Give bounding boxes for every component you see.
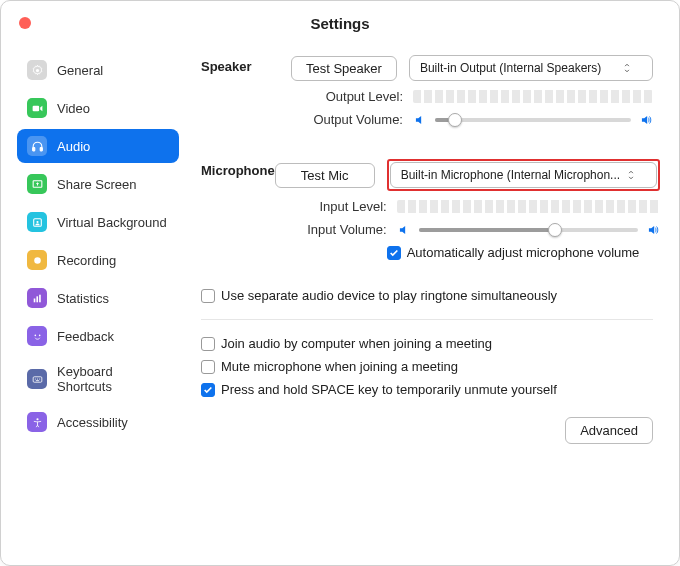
input-volume-label: Input Volume:: [275, 222, 387, 237]
sidebar-item-video[interactable]: Video: [17, 91, 179, 125]
window-title: Settings: [310, 15, 369, 32]
mute-on-join-checkbox[interactable]: [201, 360, 215, 374]
virtual-background-icon: [27, 212, 47, 232]
volume-high-icon: [639, 113, 653, 127]
recording-icon: [27, 250, 47, 270]
svg-rect-1: [32, 105, 39, 110]
sidebar-item-label: Statistics: [57, 291, 109, 306]
microphone-select-highlight: Built-in Microphone (Internal Microphon.…: [387, 159, 660, 191]
settings-window: Settings General Video Audio Share Scree…: [0, 0, 680, 566]
volume-low-icon: [397, 223, 411, 237]
speaker-section: Speaker Test Speaker Built-in Output (In…: [201, 55, 653, 135]
separate-ringtone-row: Use separate audio device to play ringto…: [201, 288, 653, 303]
svg-rect-8: [33, 298, 35, 302]
separate-ringtone-checkbox[interactable]: [201, 289, 215, 303]
feedback-icon: [27, 326, 47, 346]
output-volume-label: Output Volume:: [291, 112, 403, 127]
main-panel: Speaker Test Speaker Built-in Output (In…: [191, 45, 679, 565]
gear-icon: [27, 60, 47, 80]
speaker-device-select[interactable]: Built-in Output (Internal Speakers): [409, 55, 653, 81]
sidebar-item-label: Recording: [57, 253, 116, 268]
test-speaker-button[interactable]: Test Speaker: [291, 56, 397, 81]
advanced-button[interactable]: Advanced: [565, 417, 653, 444]
statistics-icon: [27, 288, 47, 308]
sidebar-item-label: Feedback: [57, 329, 114, 344]
close-icon[interactable]: [19, 17, 31, 29]
svg-rect-3: [40, 147, 42, 150]
sidebar-item-accessibility[interactable]: Accessibility: [17, 405, 179, 439]
sidebar-item-label: Share Screen: [57, 177, 137, 192]
sidebar-item-label: Audio: [57, 139, 90, 154]
sidebar-item-virtual-background[interactable]: Virtual Background: [17, 205, 179, 239]
output-level-label: Output Level:: [291, 89, 403, 104]
svg-point-12: [38, 334, 40, 336]
sidebar-item-label: Video: [57, 101, 90, 116]
test-mic-button[interactable]: Test Mic: [275, 163, 375, 188]
updown-icon: [626, 170, 636, 180]
sidebar-item-label: General: [57, 63, 103, 78]
sidebar-item-audio[interactable]: Audio: [17, 129, 179, 163]
keyboard-icon: [27, 369, 47, 389]
headphones-icon: [27, 136, 47, 156]
sidebar-item-recording[interactable]: Recording: [17, 243, 179, 277]
sidebar-item-share-screen[interactable]: Share Screen: [17, 167, 179, 201]
titlebar: Settings: [1, 1, 679, 45]
microphone-device-value: Built-in Microphone (Internal Microphon.…: [401, 168, 620, 182]
svg-point-14: [34, 378, 35, 379]
auto-adjust-mic-checkbox[interactable]: [387, 246, 401, 260]
svg-point-16: [39, 378, 40, 379]
input-level-meter: [397, 200, 660, 213]
microphone-heading: Microphone: [201, 159, 275, 268]
svg-point-18: [36, 418, 38, 420]
svg-point-0: [35, 68, 38, 71]
separate-ringtone-label: Use separate audio device to play ringto…: [221, 288, 557, 303]
svg-point-6: [36, 220, 38, 222]
svg-rect-9: [36, 296, 38, 302]
output-volume-slider[interactable]: [435, 118, 631, 122]
auto-adjust-mic-label: Automatically adjust microphone volume: [407, 245, 640, 260]
join-audio-label: Join audio by computer when joining a me…: [221, 336, 492, 351]
microphone-section: Microphone Test Mic Built-in Microphone …: [201, 159, 653, 268]
volume-low-icon: [413, 113, 427, 127]
volume-high-icon: [646, 223, 660, 237]
svg-rect-17: [35, 380, 38, 381]
space-unmute-label: Press and hold SPACE key to temporarily …: [221, 382, 557, 397]
share-screen-icon: [27, 174, 47, 194]
video-icon: [27, 98, 47, 118]
svg-point-7: [34, 257, 41, 264]
sidebar-item-general[interactable]: General: [17, 53, 179, 87]
sidebar-item-feedback[interactable]: Feedback: [17, 319, 179, 353]
sidebar-item-statistics[interactable]: Statistics: [17, 281, 179, 315]
sidebar-item-label: Keyboard Shortcuts: [57, 364, 169, 394]
space-unmute-checkbox[interactable]: [201, 383, 215, 397]
svg-rect-2: [32, 147, 34, 150]
updown-icon: [622, 63, 632, 73]
sidebar-item-label: Accessibility: [57, 415, 128, 430]
speaker-device-value: Built-in Output (Internal Speakers): [420, 61, 601, 75]
sidebar-item-keyboard-shortcuts[interactable]: Keyboard Shortcuts: [17, 357, 179, 401]
sidebar: General Video Audio Share Screen Virtual…: [1, 45, 191, 565]
input-level-label: Input Level:: [275, 199, 387, 214]
input-volume-slider[interactable]: [419, 228, 638, 232]
sidebar-item-label: Virtual Background: [57, 215, 167, 230]
speaker-heading: Speaker: [201, 55, 291, 135]
svg-point-15: [36, 378, 37, 379]
microphone-device-select[interactable]: Built-in Microphone (Internal Microphon.…: [390, 162, 657, 188]
divider: [201, 319, 653, 320]
join-audio-checkbox[interactable]: [201, 337, 215, 351]
accessibility-icon: [27, 412, 47, 432]
output-level-meter: [413, 90, 653, 103]
svg-rect-10: [39, 294, 41, 302]
svg-point-11: [34, 334, 36, 336]
mute-on-join-label: Mute microphone when joining a meeting: [221, 359, 458, 374]
